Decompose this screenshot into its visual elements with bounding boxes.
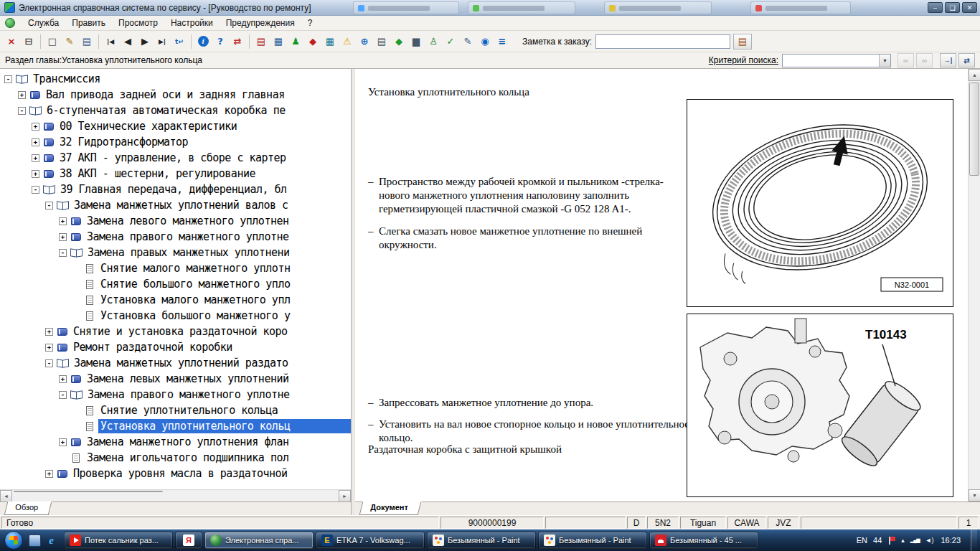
expand-icon[interactable]: +	[18, 91, 26, 99]
tree-item[interactable]: +Снятие и установка раздаточной коро	[0, 324, 351, 339]
clock[interactable]: 16:23	[941, 536, 961, 545]
tree-item[interactable]: Установка уплотнительного кольц	[0, 418, 351, 434]
tree-item[interactable]: +Ремонт раздаточной коробки	[0, 339, 351, 355]
tree-item[interactable]: -Замена манжетных уплотнений раздато	[0, 355, 351, 371]
tree-item-label[interactable]: 38 АКП - шестерни, регулирование	[57, 166, 258, 181]
menu-item-5[interactable]: ?	[301, 17, 319, 29]
tree-item-label[interactable]: Замена правого манжетного уплотне	[85, 230, 291, 244]
search-global-icon[interactable]: ∞	[916, 53, 933, 67]
database-icon[interactable]: ≡	[494, 33, 511, 50]
minimize-button[interactable]	[928, 2, 943, 13]
send-note-icon[interactable]: ▤	[733, 34, 752, 50]
scroll-down-icon[interactable]	[969, 489, 980, 501]
expand-icon[interactable]: +	[32, 154, 39, 162]
next-page-icon[interactable]: ▶	[136, 33, 154, 50]
tree-item[interactable]: -6-ступенчатая автоматическая коробка пе	[0, 103, 351, 118]
expand-icon[interactable]: +	[59, 233, 67, 241]
edit-document-icon[interactable]: ✎	[61, 33, 78, 50]
search-exact-icon[interactable]: ∞	[897, 53, 914, 67]
tree-item-label[interactable]: Снятие уплотнительного кольца	[98, 403, 280, 418]
tree-item-label[interactable]: Замена манжетных уплотнений валов с	[72, 198, 291, 212]
last-page-icon[interactable]: ▶|	[154, 33, 171, 50]
collapse-icon[interactable]: -	[32, 186, 39, 194]
scroll-thumb[interactable]	[969, 83, 979, 176]
tree-item-label[interactable]: Вал привода задней оси и задняя главная	[44, 88, 287, 102]
browser-video-window[interactable]: Потек сальник раз...	[64, 532, 173, 549]
collapse-icon[interactable]: -	[59, 249, 67, 257]
tree-item-label[interactable]: Замена правых манжетных уплотнени	[85, 245, 292, 260]
tree-item-label[interactable]: Установка большого манжетного у	[98, 309, 292, 323]
vehicle-icon[interactable]: ▆	[407, 33, 425, 50]
tree-item-label[interactable]: Установка малого манжетного упл	[98, 293, 292, 307]
tree-item-label[interactable]: Замена левого манжетного уплотнен	[85, 214, 291, 228]
prev-page-icon[interactable]: ◀	[119, 33, 136, 50]
tray-counter[interactable]: 44	[873, 536, 882, 545]
volume-icon[interactable]	[925, 537, 934, 544]
tree-item-label[interactable]: 6-ступенчатая автоматическая коробка пе	[44, 103, 288, 118]
tree-item-label[interactable]: Замена игольчатого подшипника пол	[85, 451, 291, 465]
tree-item[interactable]: -Замена правого манжетного уплотне	[0, 387, 351, 402]
tab-document[interactable]: Документ	[359, 501, 422, 515]
print-icon[interactable]: ⊟	[20, 33, 37, 50]
menu-item-4[interactable]: Предупреждения	[220, 17, 301, 29]
scroll-right-icon[interactable]	[339, 490, 351, 502]
scroll-up-icon[interactable]	[969, 69, 980, 81]
tree-item[interactable]: Снятие большого манжетного упло	[0, 276, 351, 292]
expand-icon[interactable]: +	[45, 470, 53, 478]
etka-window[interactable]: ETKA 7 - Volkswag...	[316, 532, 425, 549]
scroll-track[interactable]	[12, 490, 339, 501]
tree-item[interactable]: +38 АКП - шестерни, регулирование	[0, 166, 351, 182]
first-page-icon[interactable]: |◀	[102, 33, 119, 50]
parts-icon[interactable]: ◉	[476, 33, 494, 50]
tree-item-label[interactable]: Замена левых манжетных уплотнений	[85, 372, 291, 386]
checklist-icon[interactable]: ✓	[442, 33, 459, 50]
language-indicator[interactable]: EN	[857, 536, 867, 545]
desktop-icon[interactable]	[29, 534, 41, 547]
menu-item-0[interactable]: Служба	[22, 17, 65, 29]
warning-icon[interactable]: ⚠	[339, 33, 356, 50]
tree-item[interactable]: +Проверка уровня масла в раздаточной	[0, 466, 351, 481]
show-hidden-icons-chevron[interactable]	[901, 537, 905, 544]
network-icon[interactable]	[910, 537, 920, 543]
ie-icon[interactable]	[45, 534, 57, 547]
elsa-window[interactable]: Электронная спра...	[204, 532, 314, 549]
tree-item-label[interactable]: Снятие и установка раздаточной коро	[71, 324, 290, 339]
expand-icon[interactable]: +	[32, 138, 39, 146]
tree-item[interactable]: -Трансмиссия	[0, 71, 351, 87]
order-note-input[interactable]	[595, 34, 730, 49]
tree-item-label[interactable]: Снятие малого манжетного уплотн	[98, 261, 292, 276]
compare-icon[interactable]: ⇄	[229, 33, 246, 50]
show-desktop-button[interactable]	[971, 529, 977, 551]
tree-item[interactable]: +32 Гидротрансформатор	[0, 134, 351, 150]
expand-icon[interactable]: +	[59, 375, 67, 383]
note-edit-icon[interactable]: ✎	[459, 33, 476, 50]
yandex-browser-window[interactable]	[175, 532, 202, 549]
chevron-down-icon[interactable]	[879, 55, 890, 67]
paint-window-1[interactable]: Безымянный - Paint	[427, 532, 536, 549]
tree-item-label[interactable]: Замена манжетных уплотнений раздато	[72, 356, 291, 370]
tree-item[interactable]: -39 Главная передача, дифференциал, бл	[0, 182, 351, 197]
tree-item-label[interactable]: Проверка уровня масла в раздаточной	[71, 466, 290, 481]
start-button[interactable]	[4, 531, 23, 550]
help-icon[interactable]: ?	[212, 33, 229, 50]
tree-item-label[interactable]: 37 АКП - управление, в сборе с картер	[57, 151, 288, 165]
menu-item-3[interactable]: Настройки	[164, 17, 220, 29]
tree-item[interactable]: +Замена левых манжетных уплотнений	[0, 371, 351, 387]
expand-icon[interactable]: +	[32, 170, 39, 178]
expand-icon[interactable]: +	[45, 344, 53, 352]
tree-item-label[interactable]: Замена правого манжетного уплотне	[85, 387, 292, 402]
tree-item[interactable]: -Замена манжетных уплотнений валов с	[0, 197, 351, 213]
paint-window-2[interactable]: Безымянный - Paint	[538, 532, 647, 549]
globe-icon[interactable]: ⊕	[356, 33, 373, 50]
tree-item[interactable]: +Замена правого манжетного уплотне	[0, 229, 351, 245]
collapse-icon[interactable]: -	[18, 107, 26, 115]
tree-item-label[interactable]: Снятие большого манжетного упло	[98, 277, 292, 291]
customer-data-icon[interactable]: ♟	[287, 33, 304, 50]
history-icon[interactable]: t↵	[171, 33, 188, 50]
tree-item-label[interactable]: Трансмиссия	[31, 72, 103, 86]
tree-item[interactable]: +Замена левого манжетного уплотнен	[0, 213, 351, 229]
search-criteria-combo[interactable]	[782, 54, 891, 67]
scroll-thumb[interactable]	[14, 491, 163, 492]
expand-icon[interactable]: +	[59, 217, 67, 225]
tree-item-label[interactable]: 00 Технические характеристики	[57, 119, 239, 133]
